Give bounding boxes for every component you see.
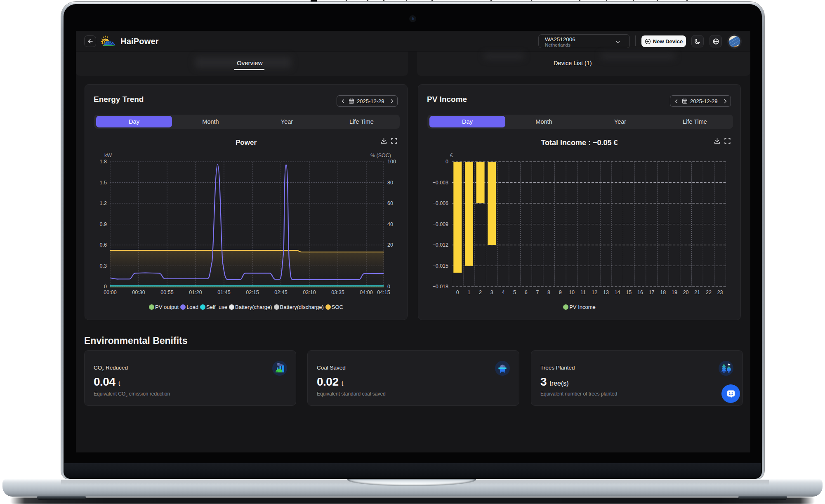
- svg-text:0.6: 0.6: [100, 242, 107, 248]
- svg-text:6: 6: [525, 290, 528, 295]
- svg-text:04:00: 04:00: [360, 290, 372, 295]
- svg-text:40: 40: [387, 221, 393, 227]
- svg-text:18: 18: [660, 290, 666, 295]
- svg-text:12: 12: [592, 290, 597, 295]
- svg-text:0: 0: [446, 159, 448, 165]
- svg-text:0: 0: [387, 284, 390, 290]
- svg-text:23: 23: [717, 290, 723, 295]
- svg-text:02:45: 02:45: [274, 290, 287, 295]
- svg-text:03:10: 03:10: [303, 290, 316, 295]
- svg-text:16: 16: [637, 290, 643, 295]
- svg-text:00:55: 00:55: [160, 290, 173, 295]
- svg-text:0.3: 0.3: [100, 263, 107, 269]
- svg-text:80: 80: [387, 180, 393, 186]
- svg-text:60: 60: [387, 200, 393, 206]
- svg-text:21: 21: [694, 290, 700, 295]
- svg-text:02:15: 02:15: [246, 290, 259, 295]
- svg-text:−0.018: −0.018: [432, 284, 448, 290]
- svg-text:03:35: 03:35: [331, 290, 344, 295]
- svg-text:8: 8: [547, 290, 550, 295]
- svg-text:0: 0: [456, 290, 459, 295]
- svg-text:1.2: 1.2: [100, 200, 107, 206]
- svg-text:kW: kW: [104, 153, 112, 158]
- svg-text:€: €: [450, 153, 453, 158]
- svg-text:0.9: 0.9: [100, 221, 107, 227]
- svg-text:20: 20: [683, 290, 689, 295]
- svg-text:22: 22: [706, 290, 712, 295]
- svg-text:14: 14: [615, 290, 620, 295]
- svg-text:3: 3: [490, 290, 493, 295]
- svg-text:9: 9: [559, 290, 562, 295]
- svg-text:0: 0: [104, 284, 107, 290]
- svg-text:7: 7: [536, 290, 539, 295]
- svg-text:−0.012: −0.012: [432, 242, 448, 248]
- svg-text:5: 5: [513, 290, 516, 295]
- svg-text:00:30: 00:30: [132, 290, 145, 295]
- svg-text:−0.006: −0.006: [432, 200, 448, 206]
- svg-text:1.5: 1.5: [100, 180, 107, 186]
- svg-text:00:00: 00:00: [104, 290, 116, 295]
- svg-text:11: 11: [580, 290, 586, 295]
- svg-text:100: 100: [387, 159, 396, 165]
- svg-text:01:20: 01:20: [189, 290, 202, 295]
- svg-text:19: 19: [672, 290, 677, 295]
- svg-text:20: 20: [387, 242, 393, 248]
- svg-text:17: 17: [649, 290, 655, 295]
- svg-text:15: 15: [626, 290, 632, 295]
- svg-text:−0.009: −0.009: [432, 221, 448, 227]
- svg-text:4: 4: [502, 290, 505, 295]
- svg-text:10: 10: [569, 290, 575, 295]
- svg-text:13: 13: [603, 290, 609, 295]
- svg-text:2: 2: [479, 290, 482, 295]
- svg-text:04:15: 04:15: [377, 290, 390, 295]
- svg-text:1: 1: [468, 290, 471, 295]
- svg-text:1.8: 1.8: [100, 159, 107, 165]
- svg-text:−0.015: −0.015: [432, 263, 448, 269]
- svg-text:−0.003: −0.003: [432, 180, 448, 186]
- svg-text:% (SOC): % (SOC): [370, 153, 391, 158]
- svg-text:01:45: 01:45: [217, 290, 230, 295]
